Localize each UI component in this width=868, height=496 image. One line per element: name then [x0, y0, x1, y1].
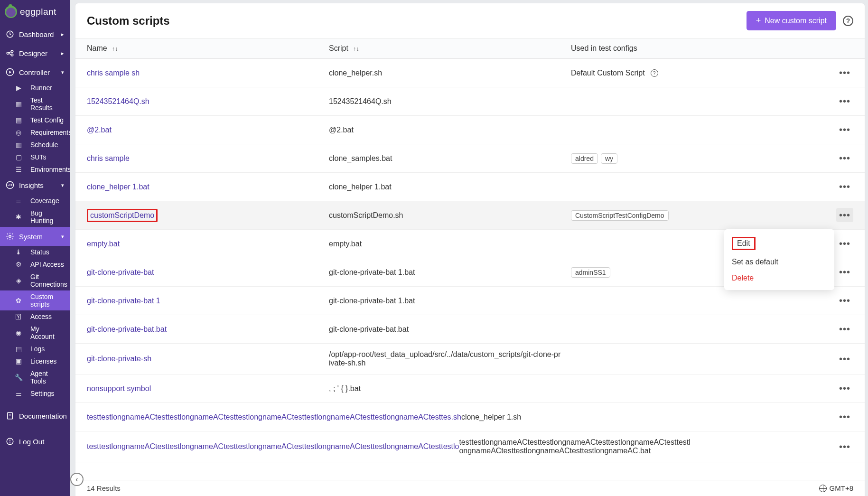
svg-point-2 [11, 50, 13, 53]
row-actions-button[interactable]: ••• [836, 352, 853, 366]
script-name-link[interactable]: testtestlongnameACtesttestlongnameACtest… [87, 413, 461, 421]
row-actions-button[interactable]: ••• [836, 236, 853, 251]
nav-suts[interactable]: ▢SUTs [0, 151, 70, 163]
table-row: customScriptDemocustomScriptDemo.shCusto… [75, 201, 865, 230]
table-row: 15243521464Q.sh15243521464Q.sh••• [75, 87, 865, 116]
help-icon[interactable]: ? [843, 16, 853, 26]
row-actions-button[interactable]: ••• [836, 322, 853, 336]
script-name-link[interactable]: chris sample sh [87, 69, 140, 77]
script-file: clone_helper 1.sh [461, 413, 703, 421]
nav-controller[interactable]: Controller ▾ [0, 63, 70, 82]
script-name-link[interactable]: @2.bat [87, 126, 112, 134]
nav-test-results[interactable]: ▦Test Results [0, 94, 70, 114]
gear-icon: ⚙ [15, 261, 22, 268]
config-tag: wy [601, 153, 617, 164]
script-file: git-clone-private-bat 1.bat [329, 268, 571, 277]
script-name-link[interactable]: git-clone-private-bat.bat [87, 325, 167, 334]
license-icon: ▣ [15, 358, 22, 365]
script-name-link[interactable]: git-clone-private-bat [87, 268, 154, 277]
svg-point-3 [11, 54, 13, 56]
script-file: git-clone-private-bat.bat [329, 325, 571, 334]
table-row: chris sample shclone_helper.shDefault Cu… [75, 59, 865, 87]
nav-schedule[interactable]: ▥Schedule [0, 139, 70, 151]
key-icon: ⚿ [15, 313, 22, 320]
script-name-link[interactable]: clone_helper 1.bat [87, 183, 149, 191]
nav-coverage[interactable]: ≣Coverage [0, 195, 70, 207]
config-tag: aldred [571, 153, 598, 164]
script-file: git-clone-private-bat 1.bat [329, 297, 571, 305]
script-name-link[interactable]: git-clone-private-sh [87, 355, 151, 363]
nav-api-access[interactable]: ⚙API Access [0, 258, 70, 271]
sliders-icon: ⚌ [15, 390, 22, 397]
col-name-header[interactable]: Name [87, 44, 107, 53]
sort-icon[interactable]: ↑↓ [353, 45, 359, 52]
designer-icon [6, 49, 14, 57]
nav-designer[interactable]: Designer ▸ [0, 44, 70, 63]
used-in-configs: CustomScriptTestConfigDemo [571, 210, 825, 221]
svg-point-7 [9, 235, 11, 238]
script-name-link[interactable]: chris sample [87, 154, 130, 163]
logout-icon [6, 437, 14, 446]
brand-name: eggplant [20, 7, 56, 17]
row-actions-button[interactable]: ••• [836, 122, 853, 137]
nav-dashboard[interactable]: Dashboard ▸ [0, 25, 70, 44]
plus-icon: + [756, 16, 761, 26]
row-actions-button[interactable]: ••• [836, 440, 853, 454]
script-file: clone_samples.bat [329, 154, 571, 163]
nav-test-config[interactable]: ▤Test Config [0, 114, 70, 126]
svg-point-12 [10, 443, 10, 443]
menu-delete[interactable]: Delete [724, 270, 834, 286]
used-in-configs: aldredwy [571, 153, 825, 164]
row-actions-button[interactable]: ••• [836, 66, 853, 80]
menu-set-default[interactable]: Set as default [724, 254, 834, 270]
script-file: clone_helper.sh [329, 69, 571, 77]
nav-agent-tools[interactable]: 🔧Agent Tools [0, 367, 70, 387]
sort-icon[interactable]: ↑↓ [112, 45, 118, 52]
row-actions-button[interactable]: ••• [836, 151, 853, 165]
results-count: 14 [87, 484, 95, 492]
script-name-link[interactable]: empty.bat [87, 240, 120, 248]
nav-status[interactable]: 🌡Status [0, 246, 70, 258]
nav-insights[interactable]: Insights ▾ [0, 176, 70, 195]
row-actions-button[interactable]: ••• [836, 265, 853, 279]
row-actions-button[interactable]: ••• [836, 410, 853, 424]
sidebar-collapse-button[interactable]: ‹ [70, 473, 84, 486]
nav-my-account[interactable]: ◉My Account [0, 323, 70, 343]
monitor-icon: ▢ [15, 154, 22, 160]
new-custom-script-button[interactable]: + New custom script [747, 11, 836, 30]
table-header: Name↑↓ Script↑↓ Used in test configs [75, 38, 865, 59]
col-script-header[interactable]: Script [329, 44, 348, 53]
nav-requirements[interactable]: ◎Requirements [0, 126, 70, 139]
footer: 14 Results GMT+8 [75, 480, 865, 496]
row-actions-button[interactable]: ••• [836, 381, 853, 395]
script-name-link[interactable]: git-clone-private-bat 1 [87, 297, 160, 305]
nav-git-connections[interactable]: ◈Git Connections [0, 271, 70, 290]
row-actions-button[interactable]: ••• [836, 179, 853, 194]
chevron-right-icon: ▸ [61, 50, 64, 56]
script-name-link[interactable]: nonsupport symbol [87, 384, 151, 393]
nav-documentation[interactable]: Documentation [0, 406, 70, 425]
script-file: , ; ' { }.bat [329, 384, 571, 393]
script-name-link[interactable]: 15243521464Q.sh [87, 97, 149, 106]
row-actions-button[interactable]: ••• [836, 208, 853, 222]
nav-bug-hunting[interactable]: ✱Bug Hunting [0, 207, 70, 227]
row-actions-button[interactable]: ••• [836, 293, 853, 308]
menu-edit[interactable]: Edit [724, 233, 834, 254]
nav-environments[interactable]: ☰Environments [0, 163, 70, 176]
insights-icon [6, 181, 14, 189]
nav-logs[interactable]: ▤Logs [0, 343, 70, 355]
table-row: chris sampleclone_samples.bataldredwy••• [75, 144, 865, 173]
nav-system[interactable]: System ▾ [0, 227, 70, 246]
nav-access[interactable]: ⚿Access [0, 310, 70, 323]
sidebar: eggplant Dashboard ▸ Designer ▸ Controll… [0, 0, 70, 496]
script-name-link[interactable]: customScriptDemo [90, 211, 154, 219]
nav-licenses[interactable]: ▣Licenses [0, 355, 70, 367]
row-actions-button[interactable]: ••• [836, 94, 853, 108]
nav-log-out[interactable]: Log Out [0, 432, 70, 451]
brand-logo: eggplant [0, 0, 70, 25]
info-icon[interactable]: ? [651, 69, 658, 77]
nav-custom-scripts[interactable]: ✿Custom scripts [0, 290, 70, 310]
script-name-link[interactable]: testtestlongnameACtesttestlongnameACtest… [87, 442, 459, 451]
nav-runner[interactable]: ▶Runner [0, 82, 70, 94]
nav-settings[interactable]: ⚌Settings [0, 387, 70, 400]
